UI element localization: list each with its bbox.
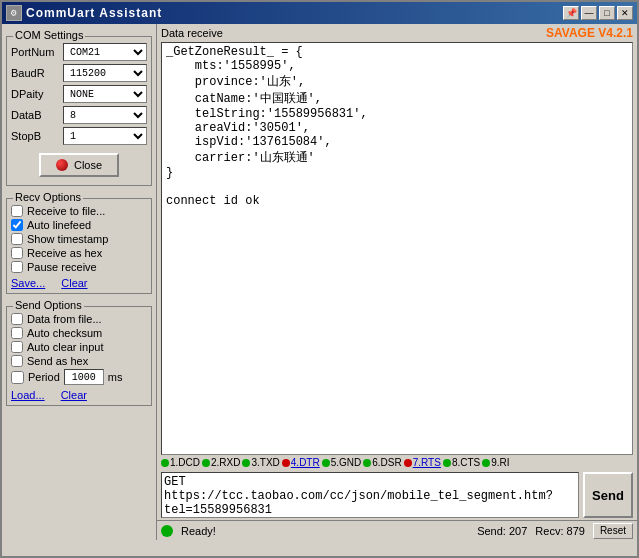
rts-dot xyxy=(404,459,412,467)
dcd-dot xyxy=(161,459,169,467)
rxd-dot xyxy=(202,459,210,467)
send-area: GET https://tcc.taobao.com/cc/json/mobil… xyxy=(161,472,633,518)
dpaity-select[interactable]: NONE xyxy=(63,85,147,103)
ri-dot xyxy=(482,459,490,467)
title-bar: ⚙ CommUart Assistant 📌 — □ ✕ xyxy=(2,2,637,24)
window-title: CommUart Assistant xyxy=(26,6,162,20)
title-bar-left: ⚙ CommUart Assistant xyxy=(6,5,162,21)
send-input[interactable]: GET https://tcc.taobao.com/cc/json/mobil… xyxy=(161,472,579,518)
baudr-select[interactable]: 115200 xyxy=(63,64,147,82)
recv-save-button[interactable]: Save... xyxy=(11,277,45,289)
gnd-label: 5.GND xyxy=(331,457,362,468)
dtr-dot xyxy=(282,459,290,467)
recv-count-label: Recv: 879 xyxy=(535,525,585,537)
portnum-select[interactable]: COM21 xyxy=(63,43,147,61)
dpaity-row: DPaity NONE xyxy=(11,85,147,103)
red-dot-icon xyxy=(56,159,68,171)
dsr-label: 6.DSR xyxy=(372,457,401,468)
dtr-indicator: 4.DTR xyxy=(282,457,320,468)
dpaity-label: DPaity xyxy=(11,88,63,100)
auto-linefeed-label: Auto linefeed xyxy=(27,219,91,231)
period-label: Period xyxy=(28,371,60,383)
portnum-label: PortNum xyxy=(11,46,63,58)
cts-label: 8.CTS xyxy=(452,457,480,468)
data-from-file-label: Data from file... xyxy=(27,313,102,325)
dtr-link[interactable]: 4.DTR xyxy=(291,457,320,468)
rxd-indicator: 2.RXD xyxy=(202,457,240,468)
status-icon xyxy=(161,525,173,537)
rts-indicator: 7.RTS xyxy=(404,457,441,468)
period-input[interactable] xyxy=(64,369,104,385)
period-checkbox[interactable] xyxy=(11,371,24,384)
recv-clear-button[interactable]: Clear xyxy=(61,277,87,289)
datab-row: DataB 8 xyxy=(11,106,147,124)
stopb-row: StopB 1 xyxy=(11,127,147,145)
data-receive-header: Data receive SAVAGE V4.2.1 xyxy=(157,24,637,42)
portnum-row: PortNum COM21 xyxy=(11,43,147,61)
recv-as-hex-row: Receive as hex xyxy=(11,247,147,259)
cts-dot xyxy=(443,459,451,467)
dsr-dot xyxy=(363,459,371,467)
dsr-indicator: 6.DSR xyxy=(363,457,401,468)
com-settings-group: COM Settings PortNum COM21 BaudR 115200 … xyxy=(6,36,152,186)
send-as-hex-row: Send as hex xyxy=(11,355,147,367)
send-load-button[interactable]: Load... xyxy=(11,389,45,401)
maximize-button[interactable]: □ xyxy=(599,6,615,20)
com-settings-title: COM Settings xyxy=(13,29,85,41)
auto-clear-input-row: Auto clear input xyxy=(11,341,147,353)
reset-button[interactable]: Reset xyxy=(593,523,633,539)
bottom-bar: Ready! Send: 207 Recv: 879 Reset xyxy=(157,520,637,540)
txd-dot xyxy=(242,459,250,467)
auto-clear-input-label: Auto clear input xyxy=(27,341,103,353)
minimize-button[interactable]: — xyxy=(581,6,597,20)
close-port-button[interactable]: Close xyxy=(39,153,119,177)
auto-checksum-checkbox[interactable] xyxy=(11,327,23,339)
data-from-file-checkbox[interactable] xyxy=(11,313,23,325)
stopb-label: StopB xyxy=(11,130,63,142)
send-clear-button[interactable]: Clear xyxy=(61,389,87,401)
send-options-group: Send Options Data from file... Auto chec… xyxy=(6,306,152,406)
recv-link-row: Save... Clear xyxy=(11,277,147,289)
recv-to-file-label: Receive to file... xyxy=(27,205,105,217)
auto-linefeed-row: Auto linefeed xyxy=(11,219,147,231)
status-indicators-row: 1.DCD 2.RXD 3.TXD 4.DTR 5.GND 6.DSR xyxy=(157,455,637,470)
pause-receive-checkbox[interactable] xyxy=(11,261,23,273)
auto-linefeed-checkbox[interactable] xyxy=(11,219,23,231)
recv-options-title: Recv Options xyxy=(13,191,83,203)
right-panel: Data receive SAVAGE V4.2.1 _GetZoneResul… xyxy=(157,24,637,540)
receive-area[interactable]: _GetZoneResult_ = { mts:'1558995', provi… xyxy=(161,42,633,455)
data-from-file-row: Data from file... xyxy=(11,313,147,325)
pin-button[interactable]: 📌 xyxy=(563,6,579,20)
send-as-hex-label: Send as hex xyxy=(27,355,88,367)
show-timestamp-label: Show timestamp xyxy=(27,233,108,245)
close-window-button[interactable]: ✕ xyxy=(617,6,633,20)
period-unit: ms xyxy=(108,371,123,383)
send-link-row: Load... Clear xyxy=(11,389,147,401)
send-button[interactable]: Send xyxy=(583,472,633,518)
send-as-hex-checkbox[interactable] xyxy=(11,355,23,367)
status-text: Ready! xyxy=(181,525,469,537)
send-options-title: Send Options xyxy=(13,299,84,311)
left-panel: COM Settings PortNum COM21 BaudR 115200 … xyxy=(2,24,157,540)
dcd-indicator: 1.DCD xyxy=(161,457,200,468)
rts-link[interactable]: 7.RTS xyxy=(413,457,441,468)
recv-as-hex-checkbox[interactable] xyxy=(11,247,23,259)
show-timestamp-row: Show timestamp xyxy=(11,233,147,245)
data-receive-title: Data receive xyxy=(161,27,223,39)
datab-select[interactable]: 8 xyxy=(63,106,147,124)
baudr-row: BaudR 115200 xyxy=(11,64,147,82)
title-bar-buttons: 📌 — □ ✕ xyxy=(563,6,633,20)
cts-indicator: 8.CTS xyxy=(443,457,480,468)
recv-to-file-checkbox[interactable] xyxy=(11,205,23,217)
bottom-counts: Send: 207 Recv: 879 xyxy=(477,525,585,537)
main-layout: COM Settings PortNum COM21 BaudR 115200 … xyxy=(2,24,637,540)
rxd-label: 2.RXD xyxy=(211,457,240,468)
recv-options-group: Recv Options Receive to file... Auto lin… xyxy=(6,198,152,294)
datab-label: DataB xyxy=(11,109,63,121)
savage-label: SAVAGE V4.2.1 xyxy=(546,26,633,40)
gnd-indicator: 5.GND xyxy=(322,457,362,468)
auto-clear-input-checkbox[interactable] xyxy=(11,341,23,353)
ri-label: 9.RI xyxy=(491,457,509,468)
stopb-select[interactable]: 1 xyxy=(63,127,147,145)
show-timestamp-checkbox[interactable] xyxy=(11,233,23,245)
